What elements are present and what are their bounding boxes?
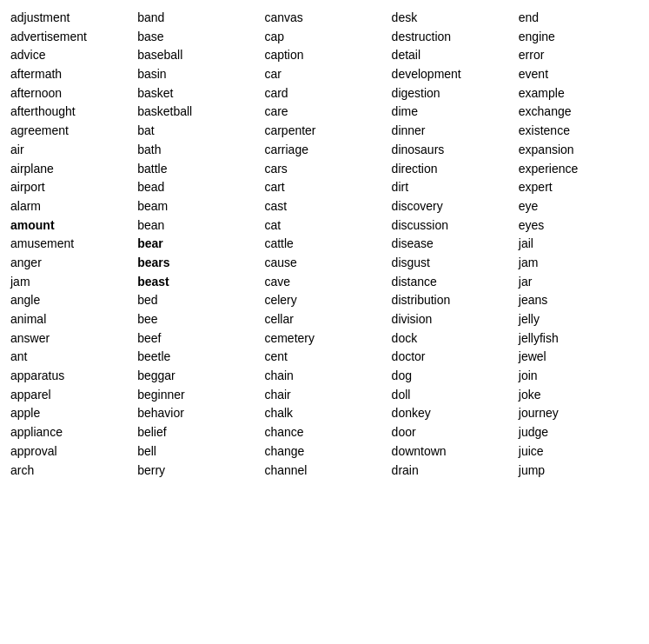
word-item: disease — [392, 235, 512, 254]
word-item: event — [519, 65, 639, 84]
word-item: drain — [392, 461, 512, 481]
column-3: canvascapcaptioncarcardcarecarpentercarr… — [261, 9, 387, 480]
column-4: deskdestructiondetaildevelopmentdigestio… — [388, 9, 515, 480]
word-item: bee — [137, 310, 257, 329]
word-item: discovery — [392, 197, 512, 216]
word-item: basket — [137, 84, 257, 103]
word-item: change — [264, 442, 384, 461]
word-item: jam — [519, 254, 639, 273]
word-item: beast — [137, 273, 257, 292]
word-item: eyes — [519, 216, 639, 236]
word-item: cast — [264, 197, 384, 216]
word-item: desk — [392, 9, 512, 28]
word-item: anger — [10, 254, 130, 273]
word-item: card — [264, 84, 384, 103]
word-item: animal — [10, 310, 130, 329]
word-item: band — [137, 9, 257, 28]
word-item: bear — [137, 235, 257, 254]
word-item: afterthought — [10, 103, 130, 122]
word-item: advertisement — [10, 28, 130, 47]
word-item: airplane — [10, 160, 130, 179]
word-item: juice — [519, 442, 639, 461]
word-item: dock — [392, 329, 512, 349]
word-item: cause — [264, 254, 384, 273]
word-item: donkey — [392, 404, 512, 423]
word-item: distance — [392, 273, 512, 292]
word-item: angle — [10, 291, 130, 310]
word-item: bean — [137, 216, 257, 236]
word-item: jar — [519, 273, 639, 292]
word-item: beggar — [137, 367, 257, 386]
column-2: bandbasebaseballbasinbasketbasketballbat… — [134, 9, 261, 480]
word-item: direction — [392, 160, 512, 179]
word-item: apparatus — [10, 367, 130, 386]
word-item: jewel — [519, 348, 639, 367]
column-1: adjustmentadvertisementadviceaftermathaf… — [7, 9, 134, 480]
word-item: jail — [519, 235, 639, 254]
word-item: join — [519, 367, 639, 386]
word-item: judge — [519, 423, 639, 442]
word-item: cent — [264, 348, 384, 367]
word-item: cars — [264, 160, 384, 179]
word-item: ant — [10, 348, 130, 367]
word-item: chalk — [264, 404, 384, 423]
word-item: engine — [519, 28, 639, 47]
word-item: apparel — [10, 386, 130, 405]
word-item: advice — [10, 46, 130, 65]
word-item: development — [392, 65, 512, 84]
word-item: cellar — [264, 310, 384, 329]
word-item: jellyfish — [519, 329, 639, 349]
word-item: jam — [10, 273, 130, 292]
word-item: adjustment — [10, 9, 130, 28]
word-item: exchange — [519, 103, 639, 122]
word-item: carpenter — [264, 122, 384, 141]
word-item: caption — [264, 46, 384, 65]
word-item: arch — [10, 461, 130, 481]
word-item: chain — [264, 367, 384, 386]
word-item: bell — [137, 442, 257, 461]
word-item: experience — [519, 160, 639, 179]
word-item: door — [392, 423, 512, 442]
word-item: detail — [392, 46, 512, 65]
word-item: carriage — [264, 141, 384, 160]
word-item: amusement — [10, 235, 130, 254]
word-item: chance — [264, 423, 384, 442]
word-item: discussion — [392, 216, 512, 236]
word-item: airport — [10, 178, 130, 197]
word-item: cave — [264, 273, 384, 292]
word-item: existence — [519, 122, 639, 141]
word-item: doctor — [392, 348, 512, 367]
word-item: cattle — [264, 235, 384, 254]
word-item: downtown — [392, 442, 512, 461]
word-item: eye — [519, 197, 639, 216]
word-item: cat — [264, 216, 384, 236]
word-item: jeans — [519, 291, 639, 310]
word-item: bears — [137, 254, 257, 273]
word-item: bat — [137, 122, 257, 141]
word-item: aftermath — [10, 65, 130, 84]
word-item: behavior — [137, 404, 257, 423]
word-item: expansion — [519, 141, 639, 160]
word-item: cemetery — [264, 329, 384, 349]
word-item: jump — [519, 461, 639, 481]
word-item: disgust — [392, 254, 512, 273]
word-grid: adjustmentadvertisementadviceaftermathaf… — [7, 9, 642, 480]
word-item: journey — [519, 404, 639, 423]
word-item: jelly — [519, 310, 639, 329]
word-item: cap — [264, 28, 384, 47]
word-item: bead — [137, 178, 257, 197]
word-item: celery — [264, 291, 384, 310]
word-item: answer — [10, 329, 130, 349]
word-item: basin — [137, 65, 257, 84]
word-item: berry — [137, 461, 257, 481]
word-item: beam — [137, 197, 257, 216]
word-item: dime — [392, 103, 512, 122]
word-item: example — [519, 84, 639, 103]
word-item: end — [519, 9, 639, 28]
word-item: channel — [264, 461, 384, 481]
word-item: dinosaurs — [392, 141, 512, 160]
word-item: appliance — [10, 423, 130, 442]
word-item: alarm — [10, 197, 130, 216]
word-item: basketball — [137, 103, 257, 122]
word-item: joke — [519, 386, 639, 405]
